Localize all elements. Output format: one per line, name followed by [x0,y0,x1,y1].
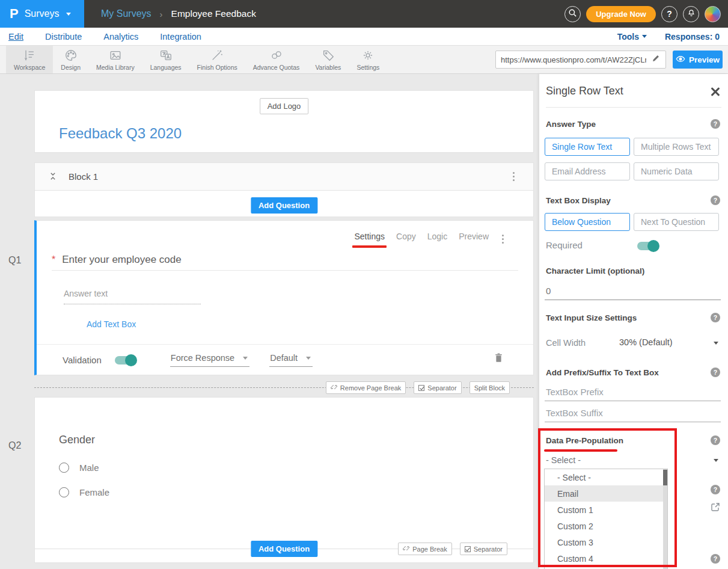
answer-type-email[interactable]: Email Address [545,162,630,180]
tab-edit[interactable]: Edit [8,32,23,42]
tools-label: Tools [617,32,639,42]
question-text[interactable]: Gender [59,434,95,446]
validation-toggle[interactable] [115,356,136,364]
page-break-button[interactable]: Page Break [398,543,451,555]
prepopulation-select[interactable]: - Select - [546,455,581,465]
character-limit-input[interactable]: 0 [546,286,551,296]
textbox-suffix-input[interactable]: TextBox Suffix [546,408,603,418]
chevron-down-icon[interactable] [714,459,718,462]
force-response-dropdown[interactable]: Force Response [170,353,249,367]
product-menu[interactable]: P Surveys [0,0,84,28]
answer-type-single-row[interactable]: Single Row Text [545,138,630,156]
cell-width-label: Cell Width [546,338,586,348]
add-logo-button[interactable]: Add Logo [260,98,309,114]
collapse-block-icon[interactable] [48,171,58,184]
help-icon[interactable]: ? [711,119,720,129]
question-text[interactable]: Enter your employee code [62,254,181,266]
avatar[interactable] [705,6,721,22]
delete-question-button[interactable] [494,352,503,366]
dropdown-option-custom2[interactable]: Custom 2 [545,518,667,534]
dropdown-option-email[interactable]: Email [545,485,667,502]
help-icon[interactable]: ? [711,554,720,564]
nav-right: Tools Responses: 0 [617,28,720,45]
tab-analytics[interactable]: Analytics [103,32,138,42]
dropdown-scrollbar[interactable] [663,469,667,569]
textbox-prefix-input[interactable]: TextBox Prefix [546,387,604,397]
add-question-button-bottom[interactable]: Add Question [251,541,317,557]
toolbar-item-settings[interactable]: Settings [349,46,387,73]
cell-width-value[interactable]: 30% (Default) [619,337,673,347]
dropdown-option-custom4[interactable]: Custom 4 [545,550,667,567]
radio-icon[interactable] [59,463,69,473]
toolbar-item-design[interactable]: Design [53,46,88,73]
display-next-to-question[interactable]: Next To Question [634,213,719,231]
survey-title[interactable]: Feedback Q3 2020 [59,125,182,142]
answer-option-female: Female [59,487,109,497]
help-button[interactable]: ? [661,6,678,22]
bell-icon [687,8,696,20]
chevron-down-icon [642,35,647,38]
required-label: Required [546,240,583,250]
search-button[interactable] [564,6,581,22]
close-icon[interactable] [711,87,720,96]
toolbar-item-advance-quotas[interactable]: Advance Quotas [245,46,308,73]
help-icon[interactable]: ? [711,368,720,377]
help-icon[interactable]: ? [711,313,720,322]
required-toggle[interactable] [637,242,658,250]
scrollbar-thumb[interactable] [663,470,667,485]
toolbar-item-workspace[interactable]: Workspace [6,46,53,73]
block-title[interactable]: Block 1 [69,171,98,182]
data-prepopulation-label: Data Pre-Population [546,436,623,445]
block-menu-icon[interactable] [511,170,516,183]
answer-type-numeric[interactable]: Numeric Data [634,162,719,180]
default-dropdown[interactable]: Default [269,353,313,367]
chevron-down-icon [243,357,248,360]
remove-page-break-label: Remove Page Break [340,384,402,392]
chevron-down-icon[interactable] [714,342,718,345]
option-label[interactable]: Female [79,487,109,497]
toolbar-item-languages[interactable]: Languages [142,46,189,73]
survey-url-field[interactable]: https://www.questionpro.com/t/AW22ZjCLr [495,51,666,69]
toolbar-items: Workspace Design Media Library [6,46,387,73]
toolbar-item-media-library[interactable]: Media Library [88,46,142,73]
upgrade-now-button[interactable]: Upgrade Now [586,6,656,22]
tab-question-preview[interactable]: Preview [459,232,489,241]
answer-text-placeholder[interactable]: Answer text [64,289,201,304]
external-link-icon[interactable] [711,502,720,514]
help-icon[interactable]: ? [711,435,720,445]
separator-button-mid[interactable]: Separator [414,381,461,394]
help-icon[interactable]: ? [711,195,720,205]
edit-url-button[interactable] [646,51,665,68]
dropdown-option-select[interactable]: - Select - [545,469,667,485]
tab-question-logic[interactable]: Logic [427,232,447,241]
toolbar-item-variables[interactable]: Variables [307,46,349,73]
add-question-button-top[interactable]: Add Question [251,197,317,214]
help-icon[interactable]: ? [711,485,720,494]
answer-type-multiple-rows[interactable]: Multiple Rows Text [634,138,719,156]
add-text-box-link[interactable]: Add Text Box [87,319,136,329]
split-block-button[interactable]: Split Block [470,381,510,394]
question-menu-icon[interactable] [500,233,506,245]
magic-wand-icon [210,49,224,62]
radio-icon[interactable] [59,487,69,497]
separator-button-bottom[interactable]: Separator [460,543,507,555]
display-below-question[interactable]: Below Question [545,213,630,231]
tab-distribute[interactable]: Distribute [45,32,82,42]
split-block-label: Split Block [474,384,505,392]
notifications-button[interactable] [683,6,699,22]
breadcrumb-separator: › [160,9,163,19]
tab-question-settings[interactable]: Settings [354,232,385,241]
page-break-bar: Remove Page Break Separator Split Block [34,381,534,395]
dropdown-option-custom3[interactable]: Custom 3 [545,534,667,550]
toolbar-item-finish-options[interactable]: Finish Options [189,46,245,73]
checkbox-checked-icon [465,546,471,552]
tools-dropdown[interactable]: Tools [617,32,647,42]
default-value: Default [270,353,298,363]
remove-page-break-button[interactable]: Remove Page Break [326,381,406,394]
tab-question-copy[interactable]: Copy [396,232,416,241]
option-label[interactable]: Male [79,463,99,473]
preview-button[interactable]: Preview [673,51,723,69]
dropdown-option-custom1[interactable]: Custom 1 [545,502,667,518]
tab-integration[interactable]: Integration [160,32,201,42]
breadcrumb-my-surveys[interactable]: My Surveys [101,8,151,19]
